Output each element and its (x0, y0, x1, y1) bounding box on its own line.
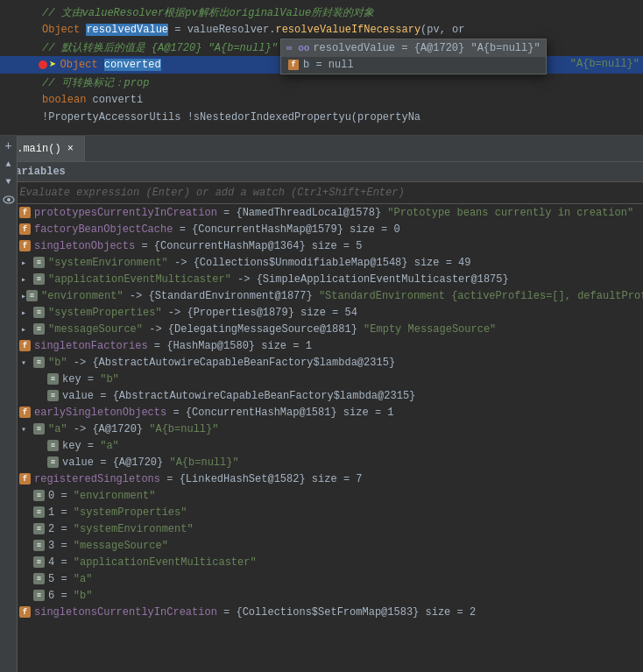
code-text-5: // 可转换标记：prop (39, 75, 643, 90)
var-arrow-2: -> (231, 273, 257, 286)
var-singlcreation-type: {Collections$SetFromMap@1583} (236, 606, 419, 619)
var-eq: = (217, 207, 237, 219)
tree-item-singletonf[interactable]: f singletonFactories = {HashMap@1580} si… (0, 337, 643, 354)
badge-early: f (19, 407, 31, 418)
badge-b-value: ≡ (47, 390, 59, 401)
tree-item-singleton[interactable]: f singletonObjects = {ConcurrentHashMap@… (0, 237, 643, 254)
resolved-value-var: resolvedValue (86, 24, 168, 36)
plus-icon[interactable]: + (2, 139, 16, 153)
var-reg4-val: "applicationEventMulticaster" (74, 556, 257, 569)
converted-var: converted (104, 59, 161, 71)
var-factory-name: factoryBeanObjectCache (34, 223, 173, 236)
var-eq17: = (54, 590, 74, 602)
tree-item-sysenv[interactable]: ≡ "systemEnvironment" -> {Collections$Un… (0, 254, 643, 271)
eye-icon[interactable] (3, 195, 15, 208)
kw-boolean-1: boolean (42, 94, 93, 106)
tree-item-regsing[interactable]: f registeredSingletons = {LinkedHashSet@… (0, 470, 643, 487)
tree-item-reg3[interactable]: ≡ 3 = "messageSource" (0, 537, 643, 554)
right-tooltip-label: "A{b=null}" (570, 58, 639, 70)
tree-item-reg6[interactable]: ≡ 6 = "b" (0, 587, 643, 604)
var-regsing-name: registeredSingletons (34, 473, 160, 485)
var-arrow-1: -> (168, 257, 194, 269)
tree-item-prototypes[interactable]: f prototypesCurrentlyInCreation = {Named… (0, 204, 643, 221)
code-line-6: boolean converti (0, 91, 643, 109)
tree-item-reg1[interactable]: ≡ 1 = "systemProperties" (0, 504, 643, 520)
tree-item-a-value[interactable]: ≡ value = {A@1720} "A{b=null}" (0, 454, 643, 470)
tree-item-reg2[interactable]: ≡ 2 = "systemEnvironment" (0, 520, 643, 537)
var-a-entry-val: "A{b=null}" (143, 423, 218, 435)
var-sysenv-size: size = 49 (407, 257, 470, 269)
converti-var: converti (93, 94, 144, 106)
var-eq12: = (54, 506, 74, 519)
tree-item-b-entry[interactable]: ≡ "b" -> {AbstractAutowireCapableBeanFac… (0, 354, 643, 371)
tree-container[interactable]: f prototypesCurrentlyInCreation = {Named… (0, 204, 643, 665)
arrow-a-entry[interactable] (21, 424, 33, 435)
var-reg5-val: "a" (74, 573, 93, 585)
code-line-1: // 文由valueResolver根据pv解析出originalValue所封… (0, 4, 643, 21)
tree-item-b-key[interactable]: ≡ key = "b" (0, 371, 643, 387)
arrow-multicaster[interactable] (21, 274, 33, 285)
var-eq18: = (217, 606, 237, 619)
tree-item-a-entry[interactable]: ≡ "a" -> {A@1720} "A{b=null}" (0, 421, 643, 437)
tree-item-sysprop[interactable]: ≡ "systemProperties" -> {Properties@1879… (0, 304, 643, 321)
eval-input[interactable]: Evaluate expression (Enter) or add a wat… (19, 187, 636, 199)
var-multicaster-type: {SimpleApplicationEventMulticaster@1875} (257, 273, 509, 286)
var-arrow-5: -> (143, 323, 168, 336)
var-arrow-3: -> (124, 290, 149, 302)
tree-item-b-value[interactable]: ≡ value = {AbstractAutowireCapableBeanFa… (0, 387, 643, 404)
tree-item-env[interactable]: ≡ "environment" -> {StandardEnvironment@… (0, 287, 643, 304)
eval-bar[interactable]: + Evaluate expression (Enter) or add a w… (0, 182, 643, 204)
var-a-key-val: "a" (100, 440, 119, 452)
var-arrow-6: -> (67, 357, 93, 369)
badge-reg6: ≡ (33, 590, 45, 601)
var-sysprop-size: size = 54 (294, 307, 357, 319)
arrow-msgsrc[interactable] (21, 324, 33, 335)
var-prototypes-type: {NamedThreadLocal@1578} (236, 207, 381, 219)
tree-item-singlcreation[interactable]: f singletonsCurrentlyInCreation = {Colle… (0, 604, 643, 620)
tree-item-reg5[interactable]: ≡ 5 = "a" (0, 570, 643, 587)
arrow-sysenv[interactable] (21, 258, 33, 268)
badge-reg5: ≡ (33, 573, 45, 584)
tree-item-reg0[interactable]: ≡ 0 = "environment" (0, 487, 643, 504)
code-line-7: !PropertyAccessorUtils !sNestedorIndexed… (0, 109, 643, 126)
tree-item-early[interactable]: f earlySingletonObjects = {ConcurrentHas… (0, 404, 643, 421)
var-singletonf-size: size = 1 (255, 340, 312, 352)
tree-item-factory[interactable]: f factoryBeanObjectCache = {ConcurrentHa… (0, 221, 643, 237)
tab-bar: e.main() × (0, 136, 643, 162)
tree-item-msgsrc[interactable]: ≡ "messageSource" -> {DelegatingMessageS… (0, 321, 643, 337)
badge-singleton: f (19, 240, 31, 251)
up-icon[interactable]: ▲ (2, 157, 16, 171)
var-b-key-val: "b" (100, 373, 119, 386)
var-eq15: = (54, 556, 74, 569)
badge-sysprop: ≡ (33, 307, 45, 318)
tooltip-title: resolvedValue = {A@1720} "A{b=null}" (313, 42, 540, 54)
var-reg0-val: "environment" (74, 490, 156, 502)
var-a-value-name: value (62, 456, 94, 469)
var-eq5: = (81, 373, 101, 386)
tree-item-a-key[interactable]: ≡ key = "a" (0, 437, 643, 454)
var-reg3-name: 3 (48, 540, 54, 552)
line4-markers: ➤ (39, 59, 56, 71)
var-singlcreation-name: singletonsCurrentlyInCreation (34, 606, 217, 619)
var-singleton-size: size = 5 (306, 240, 363, 252)
var-msgsrc-val: "Empty MessageSource" (357, 323, 496, 336)
badge-env: ≡ (26, 290, 38, 301)
main-container: // 文由valueResolver根据pv解析出originalValue所封… (0, 0, 643, 672)
bottom-panel: + ▲ ▼ Variables + Evaluate expression (E… (0, 162, 643, 672)
badge-b-entry: ≡ (33, 357, 45, 368)
var-b-value-name: value (62, 390, 94, 402)
var-b-key-name: key (62, 373, 81, 386)
badge-reg4: ≡ (33, 556, 45, 568)
var-prototypes-val: "Prototype beans currently in creation" (381, 207, 633, 219)
arrow-b-entry[interactable] (21, 357, 33, 368)
badge-reg0: ≡ (33, 490, 45, 501)
code-line-2: Object resolvedValue = valueResolver.res… (0, 21, 643, 39)
var-msgsrc-name: "messageSource" (48, 323, 143, 336)
badge-reg2: ≡ (33, 523, 45, 534)
tree-item-reg4[interactable]: ≡ 4 = "applicationEventMulticaster" (0, 554, 643, 570)
var-eq10: = (160, 473, 180, 485)
down-icon[interactable]: ▼ (2, 174, 16, 188)
var-eq4: = (148, 340, 167, 352)
tree-item-multicaster[interactable]: ≡ "applicationEventMulticaster" -> {Simp… (0, 271, 643, 287)
arrow-sysprop[interactable] (21, 308, 33, 318)
